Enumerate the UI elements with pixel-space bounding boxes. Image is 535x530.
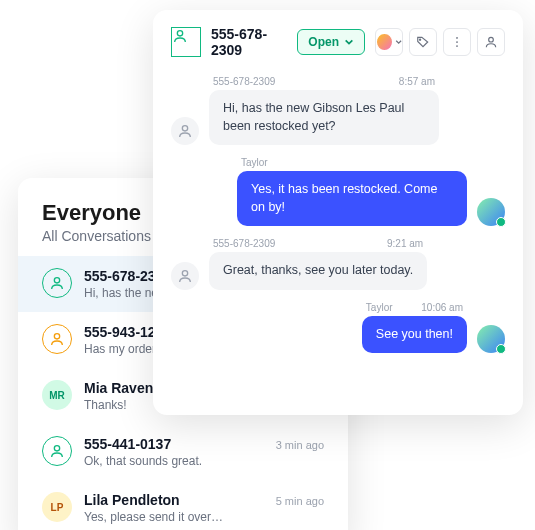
chat-header: 555-678-2309 Open bbox=[171, 26, 505, 58]
svg-point-7 bbox=[456, 45, 458, 47]
message-row: 555-678-23099:21 amGreat, thanks, see yo… bbox=[171, 238, 505, 290]
conversation-time: 3 min ago bbox=[276, 439, 324, 451]
person-icon bbox=[49, 443, 65, 459]
status-label: Open bbox=[308, 35, 339, 49]
conversation-item[interactable]: 555-441-01373 min agoOk, that sounds gre… bbox=[18, 424, 348, 480]
header-actions bbox=[375, 28, 505, 56]
more-button[interactable] bbox=[443, 28, 471, 56]
tag-button[interactable] bbox=[409, 28, 437, 56]
message-bubble: Yes, it has been restocked. Come on by! bbox=[237, 171, 467, 226]
conversation-body: Lila Pendleton5 min agoYes, please send … bbox=[84, 492, 324, 524]
tag-icon bbox=[416, 35, 430, 49]
svg-point-5 bbox=[456, 37, 458, 39]
chat-title: 555-678-2309 bbox=[211, 26, 287, 58]
message-meta: Taylor10:06 am bbox=[362, 302, 467, 313]
message-bubble: Great, thanks, see you later today. bbox=[209, 252, 427, 290]
message-meta: 555-678-23099:21 am bbox=[209, 238, 427, 249]
agent-avatar bbox=[477, 325, 505, 353]
message-bubble: See you then! bbox=[362, 316, 467, 354]
conversation-avatar: LP bbox=[42, 492, 72, 522]
svg-point-2 bbox=[54, 446, 59, 451]
svg-point-4 bbox=[420, 39, 421, 40]
message-list: 555-678-23098:57 amHi, has the new Gibso… bbox=[171, 76, 505, 353]
message-time: 10:06 am bbox=[421, 302, 463, 313]
conversation-item[interactable]: LPLila Pendleton5 min agoYes, please sen… bbox=[18, 480, 348, 530]
message-bubble: Hi, has the new Gibson Les Paul been res… bbox=[209, 90, 439, 145]
message-row: 555-678-23098:57 amHi, has the new Gibso… bbox=[171, 76, 505, 145]
person-icon bbox=[484, 35, 498, 49]
conversation-avatar bbox=[42, 436, 72, 466]
contact-avatar bbox=[171, 27, 201, 57]
conversation-preview: Ok, that sounds great. bbox=[84, 454, 324, 468]
message-sender: Taylor bbox=[241, 157, 268, 168]
conversation-name: 555-441-0137 bbox=[84, 436, 171, 452]
conversation-avatar bbox=[42, 268, 72, 298]
agent-avatar bbox=[477, 198, 505, 226]
svg-point-6 bbox=[456, 41, 458, 43]
message-row: TaylorYes, it has been restocked. Come o… bbox=[171, 157, 505, 226]
message-time: 8:57 am bbox=[399, 76, 435, 87]
message-row: Taylor10:06 amSee you then! bbox=[171, 302, 505, 354]
conversation-time: 5 min ago bbox=[276, 495, 324, 507]
person-icon bbox=[49, 275, 65, 291]
svg-point-3 bbox=[177, 31, 182, 36]
status-dropdown[interactable]: Open bbox=[297, 29, 365, 55]
assignee-button[interactable] bbox=[375, 28, 403, 56]
assignee-avatar bbox=[376, 33, 393, 51]
svg-point-10 bbox=[182, 270, 187, 275]
message-sender: 555-678-2309 bbox=[213, 238, 275, 249]
more-vertical-icon bbox=[450, 35, 464, 49]
chat-panel: 555-678-2309 Open 555-678-23098:57 amHi,… bbox=[153, 10, 523, 415]
customer-avatar bbox=[171, 262, 199, 290]
conversation-name: Lila Pendleton bbox=[84, 492, 180, 508]
conversation-avatar bbox=[42, 324, 72, 354]
conversation-preview: Yes, please send it over… bbox=[84, 510, 324, 524]
profile-button[interactable] bbox=[477, 28, 505, 56]
svg-point-9 bbox=[182, 126, 187, 131]
svg-point-0 bbox=[54, 278, 59, 283]
message-meta: Taylor bbox=[237, 157, 467, 168]
person-icon bbox=[49, 331, 65, 347]
message-sender: Taylor bbox=[366, 302, 393, 313]
svg-point-1 bbox=[54, 334, 59, 339]
chevron-down-icon bbox=[344, 37, 354, 47]
customer-avatar bbox=[171, 117, 199, 145]
person-icon bbox=[177, 123, 193, 139]
svg-point-8 bbox=[489, 37, 494, 42]
person-icon bbox=[172, 28, 188, 44]
conversation-avatar: MR bbox=[42, 380, 72, 410]
message-time: 9:21 am bbox=[387, 238, 423, 249]
person-icon bbox=[177, 268, 193, 284]
message-meta: 555-678-23098:57 am bbox=[209, 76, 439, 87]
chevron-down-icon bbox=[395, 38, 402, 46]
message-sender: 555-678-2309 bbox=[213, 76, 275, 87]
conversation-body: 555-441-01373 min agoOk, that sounds gre… bbox=[84, 436, 324, 468]
